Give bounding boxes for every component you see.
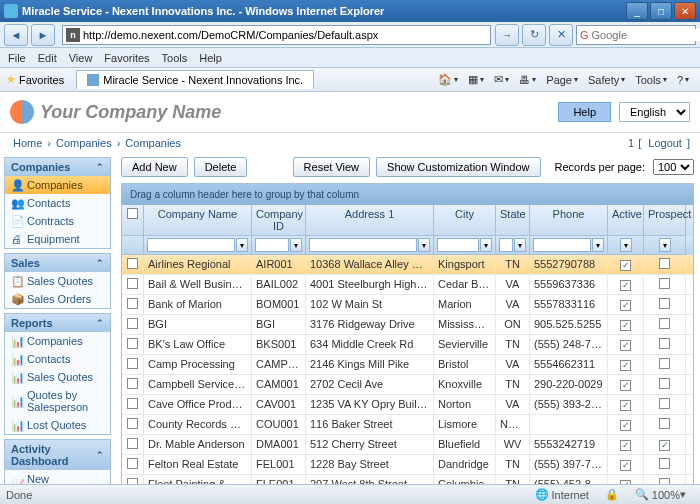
- row-checkbox[interactable]: [122, 275, 144, 294]
- row-checkbox[interactable]: [122, 455, 144, 474]
- reset-view-button[interactable]: Reset View: [293, 157, 370, 177]
- forward-button[interactable]: ►: [31, 24, 55, 46]
- row-checkbox[interactable]: [122, 315, 144, 334]
- cell-prospect[interactable]: [644, 275, 686, 294]
- search-box[interactable]: G: [576, 25, 696, 45]
- collapse-icon[interactable]: ⌃: [96, 162, 104, 172]
- sidebar-item-contracts[interactable]: 📄Contracts: [5, 212, 110, 230]
- collapse-icon[interactable]: ⌃: [96, 318, 104, 328]
- row-checkbox[interactable]: [122, 355, 144, 374]
- zoom-level[interactable]: 🔍 100% ▾: [635, 488, 686, 501]
- row-checkbox[interactable]: [122, 335, 144, 354]
- table-row[interactable]: BGIBGI3176 Ridgeway DriveMississaugaON90…: [122, 315, 693, 335]
- filter-phone[interactable]: [533, 238, 591, 252]
- filter-arrow-icon[interactable]: ▾: [592, 238, 604, 252]
- cell-active[interactable]: [608, 415, 644, 434]
- filter-city[interactable]: [437, 238, 479, 252]
- cell-active[interactable]: [608, 435, 644, 454]
- feeds-button[interactable]: ▦▾: [468, 73, 484, 86]
- row-checkbox[interactable]: [122, 395, 144, 414]
- collapse-icon[interactable]: ⌃: [96, 450, 104, 460]
- cell-prospect[interactable]: [644, 375, 686, 394]
- cell-prospect[interactable]: [644, 315, 686, 334]
- collapse-icon[interactable]: ⌃: [96, 258, 104, 268]
- menu-tools[interactable]: Tools: [162, 52, 188, 64]
- help-button[interactable]: ?▾: [677, 74, 689, 86]
- page-menu[interactable]: Page▾: [546, 74, 578, 86]
- filter-arrow-icon[interactable]: ▾: [290, 238, 302, 252]
- go-button[interactable]: →: [495, 24, 519, 46]
- panel-head-activity[interactable]: Activity Dashboard⌃: [5, 440, 110, 470]
- table-row[interactable]: Bank of MarionBOM001102 W Main StMarionV…: [122, 295, 693, 315]
- cell-prospect[interactable]: [644, 355, 686, 374]
- back-button[interactable]: ◄: [4, 24, 28, 46]
- sidebar-item-companies[interactable]: 👤Companies: [5, 176, 110, 194]
- table-row[interactable]: Bail & Well Business SolutionsBAIL002400…: [122, 275, 693, 295]
- cell-active[interactable]: [608, 335, 644, 354]
- cell-active[interactable]: [608, 355, 644, 374]
- col-address[interactable]: Address 1: [306, 205, 434, 236]
- logout-link[interactable]: Logout: [648, 137, 682, 149]
- cell-active[interactable]: [608, 275, 644, 294]
- row-checkbox[interactable]: [122, 295, 144, 314]
- favorites-label[interactable]: Favorites: [19, 74, 64, 86]
- row-checkbox[interactable]: [122, 255, 144, 274]
- menu-view[interactable]: View: [69, 52, 93, 64]
- sidebar-item-sales-quotes[interactable]: 📋Sales Quotes: [5, 272, 110, 290]
- sidebar-item-rep-contacts[interactable]: 📊Contacts: [5, 350, 110, 368]
- sidebar-item-equipment[interactable]: 🖨Equipment: [5, 230, 110, 248]
- table-row[interactable]: Camp ProcessingCAMP0012146 Kings Mill Pi…: [122, 355, 693, 375]
- mail-button[interactable]: ✉▾: [494, 73, 509, 86]
- tools-menu[interactable]: Tools▾: [635, 74, 667, 86]
- cell-prospect[interactable]: [644, 295, 686, 314]
- table-row[interactable]: Dr. Mable AndersonDMA001512 Cherry Stree…: [122, 435, 693, 455]
- col-state[interactable]: State: [496, 205, 530, 236]
- cell-prospect[interactable]: [644, 415, 686, 434]
- table-row[interactable]: Campbell Service Inc.CAM0012702 Cecil Av…: [122, 375, 693, 395]
- cell-active[interactable]: [608, 315, 644, 334]
- filter-id[interactable]: [255, 238, 289, 252]
- refresh-button[interactable]: ↻: [522, 24, 546, 46]
- col-active[interactable]: Active: [608, 205, 644, 236]
- customize-window-button[interactable]: Show Customization Window: [376, 157, 540, 177]
- cell-active[interactable]: [608, 395, 644, 414]
- table-row[interactable]: Airlines RegionalAIR00110368 Wallace All…: [122, 255, 693, 275]
- cell-prospect[interactable]: [644, 255, 686, 274]
- panel-head-companies[interactable]: Companies⌃: [5, 158, 110, 176]
- sidebar-item-rep-salesquotes[interactable]: 📊Sales Quotes: [5, 368, 110, 386]
- protected-mode-icon[interactable]: 🔒: [605, 488, 619, 501]
- print-button[interactable]: 🖶▾: [519, 74, 536, 86]
- filter-arrow-icon[interactable]: ▾: [659, 238, 671, 252]
- add-new-button[interactable]: Add New: [121, 157, 188, 177]
- breadcrumb-companies-2[interactable]: Companies: [125, 137, 181, 149]
- filter-arrow-icon[interactable]: ▾: [620, 238, 632, 252]
- group-by-bar[interactable]: Drag a column header here to group by th…: [122, 184, 693, 205]
- cell-active[interactable]: [608, 455, 644, 474]
- table-row[interactable]: Cave Office ProductsCAV0011235 VA KY Opr…: [122, 395, 693, 415]
- table-row[interactable]: Felton Real EstateFEL0011228 Bay StreetD…: [122, 455, 693, 475]
- cell-prospect[interactable]: [644, 455, 686, 474]
- menu-edit[interactable]: Edit: [38, 52, 57, 64]
- cell-active[interactable]: [608, 255, 644, 274]
- cell-prospect[interactable]: [644, 335, 686, 354]
- close-button[interactable]: ✕: [674, 2, 696, 20]
- search-input[interactable]: [592, 29, 700, 41]
- cell-prospect[interactable]: [644, 435, 686, 454]
- filter-arrow-icon[interactable]: ▾: [480, 238, 492, 252]
- table-row[interactable]: County Records LLCCOU001116 Baker Street…: [122, 415, 693, 435]
- panel-head-reports[interactable]: Reports⌃: [5, 314, 110, 332]
- col-company-name[interactable]: Company Name: [144, 205, 252, 236]
- help-button-page[interactable]: Help: [558, 102, 611, 122]
- menu-favorites[interactable]: Favorites: [104, 52, 149, 64]
- language-select[interactable]: English: [619, 102, 690, 122]
- sidebar-item-rep-lostquotes[interactable]: 📊Lost Quotes: [5, 416, 110, 434]
- cell-active[interactable]: [608, 375, 644, 394]
- col-city[interactable]: City: [434, 205, 496, 236]
- home-button[interactable]: 🏠▾: [438, 73, 458, 86]
- filter-arrow-icon[interactable]: ▾: [514, 238, 526, 252]
- sidebar-item-sales-orders[interactable]: 📦Sales Orders: [5, 290, 110, 308]
- row-checkbox[interactable]: [122, 415, 144, 434]
- sidebar-item-rep-companies[interactable]: 📊Companies: [5, 332, 110, 350]
- breadcrumb-home[interactable]: Home: [13, 137, 42, 149]
- row-checkbox[interactable]: [122, 375, 144, 394]
